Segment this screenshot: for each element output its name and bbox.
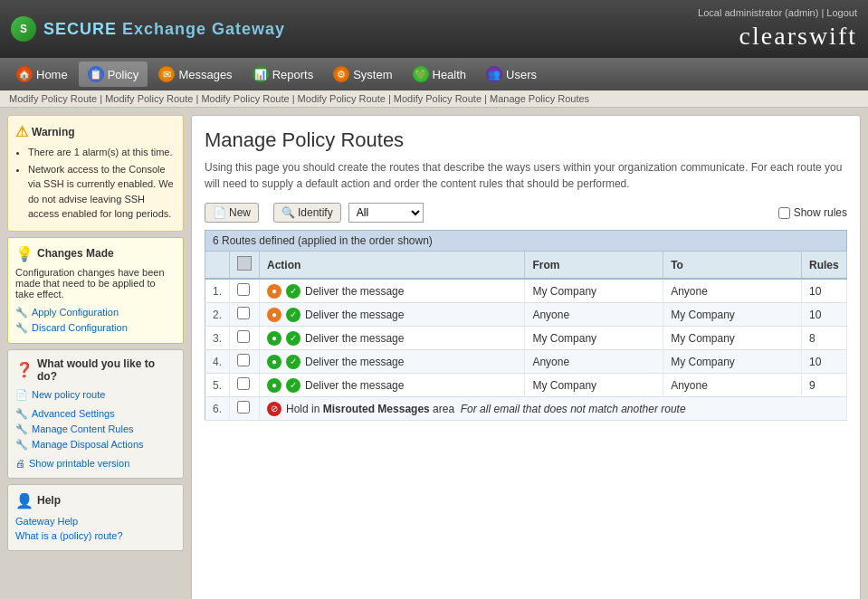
changes-desc: Configuration changes have been made tha… [15,267,176,300]
show-printable-icon: 🖨 [15,458,25,469]
main-layout: ⚠ Warning There are 1 alarm(s) at this t… [0,108,868,599]
nav-health[interactable]: 💚 Health [404,62,476,87]
row-rules-5: 9 [802,374,847,397]
warning-item-2: Network access to the Console via SSH is… [28,162,176,222]
row-action-4: ● ✓ Deliver the message [260,350,525,374]
row-cb [230,350,260,374]
filter-select[interactable]: All Inbound Outbound Internal [348,203,424,223]
row-num: 1. [205,279,230,303]
action-icon-2: ● [267,308,281,322]
row-num: 3. [205,327,230,350]
new-icon: 📄 [213,206,226,219]
system-icon: ⚙ [333,66,349,82]
row-from-5: My Company [525,374,663,397]
nav-policy[interactable]: 📋 Policy [79,62,148,87]
row-from-3: My Company [525,327,663,350]
nav-home[interactable]: 🏠 Home [7,62,77,87]
table-row: 4. ● ✓ Deliver the message Anyone My Com… [205,350,847,374]
warning-box: ⚠ Warning There are 1 alarm(s) at this t… [7,115,184,232]
show-rules-label-text: Show rules [794,206,847,219]
new-policy-route-icon: 📄 [15,389,28,401]
th-from: From [525,252,663,280]
row-rules-4: 10 [802,350,847,374]
routes-table: Action From To Rules 1. ● ✓ Deliver the … [205,251,847,421]
row-from-2: Anyone [525,303,663,327]
nav-messages[interactable]: ✉ Messages [149,62,241,87]
todo-box: ❓ What would you like to do? 📄 New polic… [7,349,184,479]
policy-icon: 📋 [88,66,104,82]
table-row: 5. ● ✓ Deliver the message My Company An… [205,374,847,397]
manage-disposal-actions-icon: 🔧 [15,439,28,451]
toolbar: 📄 New 🔍 Identify All Inbound Outbound In… [205,203,847,223]
manage-content-rules-link[interactable]: 🔧 Manage Content Rules [15,422,176,437]
health-icon: 💚 [413,66,429,82]
row-cb [230,374,260,397]
navbar: 🏠 Home 📋 Policy ✉ Messages 📊 Reports ⚙ S… [0,58,868,90]
deliver-icon-1: ✓ [286,284,300,299]
users-icon: 👥 [486,66,502,82]
th-to: To [663,252,802,280]
clearswift-logo: clearswift [739,22,857,51]
app-header: S SECURE Exchange Gateway Local administ… [0,0,868,58]
row-checkbox-2[interactable] [237,307,250,319]
identify-button[interactable]: 🔍 Identify [273,203,341,223]
breadcrumb-link-6[interactable]: Manage Policy Routes [490,93,589,104]
breadcrumb-link-5[interactable]: Modify Policy Route [394,93,482,104]
new-policy-route-link[interactable]: 📄 New policy route [15,387,176,403]
advanced-settings-link[interactable]: 🔧 Advanced Settings [15,406,176,422]
help-title: 👤 Help [15,492,176,509]
deliver-icon-3: ✓ [286,331,300,346]
show-rules-container: Show rules [778,206,847,219]
breadcrumb-link-1[interactable]: Modify Policy Route [9,93,97,104]
manage-disposal-actions-link[interactable]: 🔧 Manage Disposal Actions [15,437,176,452]
row-rules-1: 10 [802,279,847,303]
show-rules-checkbox[interactable] [778,207,790,219]
row-rules-3: 8 [802,327,847,350]
row-action-3: ● ✓ Deliver the message [260,327,525,350]
row-to-5: Anyone [663,374,802,397]
gateway-help-link[interactable]: Gateway Help [15,514,176,528]
row-checkbox-6[interactable] [237,401,250,414]
action-icon-1: ● [267,284,281,299]
breadcrumb-link-2[interactable]: Modify Policy Route [105,93,193,104]
nav-system[interactable]: ⚙ System [324,62,401,87]
new-button[interactable]: 📄 New [205,203,259,223]
policy-route-help-link[interactable]: What is a (policy) route? [15,528,176,543]
reports-icon: 📊 [253,66,269,82]
breadcrumb-link-3[interactable]: Modify Policy Route [201,93,289,104]
select-all-checkbox[interactable] [237,256,252,271]
table-header-row: Action From To Rules [205,252,847,280]
nav-reports[interactable]: 📊 Reports [243,62,323,87]
show-printable-link[interactable]: 🖨 Show printable version [15,456,176,471]
row-checkbox-3[interactable] [237,330,250,343]
row-cb [230,303,260,327]
help-box: 👤 Help Gateway Help What is a (policy) r… [7,484,184,551]
home-icon: 🏠 [16,66,33,82]
row-to-4: My Company [663,350,802,374]
action-icon-3: ● [267,331,281,346]
content-area: Manage Policy Routes Using this page you… [191,115,861,599]
changes-icon: 💡 [15,245,33,262]
apply-config-link[interactable]: 🔧 Apply Configuration [15,305,176,320]
row-checkbox-5[interactable] [237,377,250,390]
th-action: Action [260,252,525,280]
action-icon-4: ● [267,355,281,369]
th-num [205,252,230,280]
changes-title: 💡 Changes Made [15,245,176,262]
breadcrumb-link-4[interactable]: Modify Policy Route [298,93,386,104]
row-to-1: Anyone [663,279,802,303]
header-left: S SECURE Exchange Gateway [11,16,285,42]
app-title: SECURE Exchange Gateway [43,20,285,39]
manage-content-rules-icon: 🔧 [15,423,28,435]
nav-users[interactable]: 👥 Users [477,62,546,87]
row-action-2: ● ✓ Deliver the message [260,303,525,327]
discard-config-link[interactable]: 🔧 Discard Configuration [15,320,176,336]
th-checkbox [230,252,260,280]
row-checkbox-4[interactable] [237,354,250,366]
app-logo-icon: S [11,16,36,42]
row-from-4: Anyone [525,350,663,374]
deliver-icon-4: ✓ [286,355,300,369]
breadcrumb: Modify Policy Route | Modify Policy Rout… [0,90,868,108]
user-info: Local administrator (admin) | Logout [698,7,857,18]
row-checkbox-1[interactable] [237,283,250,296]
